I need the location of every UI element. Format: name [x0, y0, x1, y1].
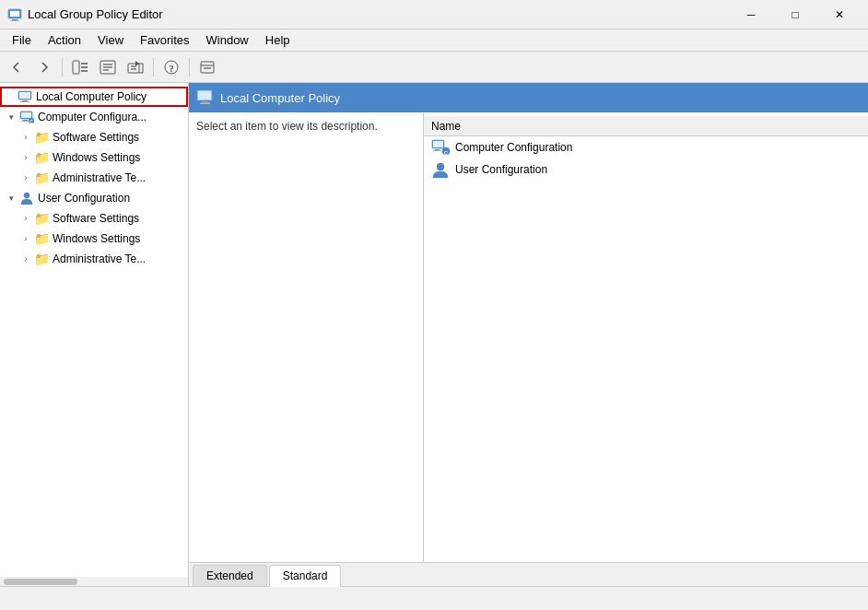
svg-rect-35: [433, 141, 443, 147]
list-computer-config-icon: C: [431, 138, 450, 157]
bottom-tabs: Extended Standard: [189, 562, 868, 586]
menu-file[interactable]: File: [4, 30, 40, 50]
user-windows-label: Windows Settings: [53, 232, 140, 245]
svg-rect-12: [128, 64, 139, 73]
properties2-button[interactable]: [95, 55, 121, 79]
tab-extended[interactable]: Extended: [193, 565, 267, 586]
help-button[interactable]: ?: [158, 55, 184, 79]
svg-rect-24: [21, 112, 31, 118]
menu-help[interactable]: Help: [257, 30, 299, 50]
comp-software-label: Software Settings: [53, 131, 139, 144]
user-software-label: Software Settings: [53, 212, 139, 225]
list-item-computer-config-label: Computer Configuration: [455, 141, 572, 154]
tab-standard[interactable]: Standard: [269, 565, 342, 587]
svg-rect-4: [73, 61, 79, 74]
comp-windows-folder-icon: 📁: [33, 150, 50, 165]
tree-user-config[interactable]: ▾ User Configuration: [4, 188, 188, 208]
tree-user-software[interactable]: › 📁 Software Settings: [18, 208, 188, 229]
comp-software-folder-icon: 📁: [33, 130, 50, 145]
svg-rect-21: [22, 100, 28, 101]
comp-soft-expand[interactable]: ›: [18, 130, 33, 145]
svg-text:?: ?: [169, 63, 174, 74]
show-hide-tree-button[interactable]: [67, 55, 93, 79]
toolbar: ?: [0, 52, 868, 83]
svg-rect-26: [21, 121, 29, 122]
comp-windows-label: Windows Settings: [53, 151, 140, 164]
svg-rect-20: [19, 92, 30, 99]
root-computer-icon: [17, 89, 33, 104]
user-soft-expand[interactable]: ›: [18, 211, 33, 226]
tree-h-scrollbar-thumb[interactable]: [4, 579, 77, 585]
tree-comp-software[interactable]: › 📁 Software Settings: [18, 127, 188, 147]
svg-rect-37: [433, 150, 441, 151]
menu-bar: File Action View Favorites Window Help: [0, 29, 868, 52]
svg-rect-36: [435, 149, 440, 150]
comp-admin-folder-icon: 📁: [33, 170, 50, 185]
status-bar: [0, 586, 868, 610]
toolbar-sep-3: [189, 58, 190, 76]
forward-button[interactable]: [31, 55, 57, 79]
user-software-folder-icon: 📁: [33, 211, 50, 226]
list-item-user-config[interactable]: User Configuration: [424, 158, 868, 181]
svg-rect-17: [201, 62, 214, 73]
comp-admin-label: Administrative Te...: [53, 171, 146, 184]
main-container: Local Computer Policy ▾ C Computer Confi…: [0, 83, 868, 586]
menu-action[interactable]: Action: [40, 30, 89, 50]
user-admin-expand[interactable]: ›: [18, 252, 33, 266]
window-controls: ─ □ ✕: [730, 1, 861, 29]
svg-rect-25: [23, 120, 28, 121]
title-bar-text: Local Group Policy Editor: [28, 7, 730, 21]
tree-user-admin[interactable]: › 📁 Administrative Te...: [18, 249, 188, 269]
comp-win-expand[interactable]: ›: [18, 150, 33, 165]
tree-comp-admin[interactable]: › 📁 Administrative Te...: [18, 168, 188, 188]
export2-button[interactable]: [123, 55, 148, 79]
tree-user-windows[interactable]: › 📁 Windows Settings: [18, 229, 188, 249]
tree-computer-config[interactable]: ▾ C Computer Configura...: [4, 107, 188, 127]
back-button[interactable]: [4, 55, 29, 79]
svg-rect-32: [202, 101, 208, 103]
tree-comp-windows[interactable]: › 📁 Windows Settings: [18, 147, 188, 168]
list-item-computer-config[interactable]: C Computer Configuration: [424, 136, 868, 158]
svg-rect-3: [10, 20, 19, 21]
comp-config-label: Computer Configura...: [38, 111, 147, 123]
root-expand-arrow[interactable]: [2, 89, 17, 104]
toolbar-sep-2: [153, 58, 154, 76]
user-config-expand[interactable]: ▾: [4, 191, 18, 205]
right-header-title: Local Computer Policy: [220, 91, 340, 105]
right-pane: Local Computer Policy Select an item to …: [189, 83, 868, 586]
comp-config-expand[interactable]: ▾: [4, 110, 18, 124]
user-admin-label: Administrative Te...: [53, 252, 146, 265]
right-header-icon: [196, 88, 215, 107]
tree-pane[interactable]: Local Computer Policy ▾ C Computer Confi…: [0, 83, 189, 586]
right-content: Select an item to view its description. …: [189, 112, 868, 562]
svg-rect-31: [198, 91, 211, 100]
user-config-icon: [18, 191, 35, 205]
comp-config-icon: C: [18, 110, 35, 124]
tree-h-scrollbar[interactable]: [0, 577, 188, 586]
right-header: Local Computer Policy: [189, 83, 868, 112]
description-text: Select an item to view its description.: [196, 120, 378, 133]
svg-text:C: C: [29, 119, 33, 123]
menu-view[interactable]: View: [89, 30, 132, 50]
maximize-button[interactable]: □: [774, 1, 816, 29]
toolbar-sep-1: [62, 58, 63, 76]
close-button[interactable]: ✕: [818, 1, 861, 29]
list-item-user-config-label: User Configuration: [455, 163, 547, 176]
tree-root-item[interactable]: Local Computer Policy: [0, 87, 188, 107]
user-windows-folder-icon: 📁: [33, 231, 50, 246]
user-win-expand[interactable]: ›: [18, 231, 33, 246]
svg-text:C: C: [444, 150, 449, 156]
list-header: Name: [424, 116, 868, 136]
user-config-label: User Configuration: [38, 192, 130, 205]
tree-root-label: Local Computer Policy: [36, 90, 147, 103]
menu-favorites[interactable]: Favorites: [132, 30, 197, 50]
list-col-name: Name: [431, 120, 861, 133]
extra-button[interactable]: [194, 55, 220, 79]
list-pane: Name C Computer Configura: [424, 112, 868, 562]
svg-rect-22: [20, 101, 29, 102]
comp-admin-expand[interactable]: ›: [18, 170, 33, 185]
user-admin-folder-icon: 📁: [33, 252, 50, 266]
minimize-button[interactable]: ─: [730, 1, 772, 29]
title-bar: Local Group Policy Editor ─ □ ✕: [0, 0, 868, 29]
menu-window[interactable]: Window: [198, 30, 257, 50]
